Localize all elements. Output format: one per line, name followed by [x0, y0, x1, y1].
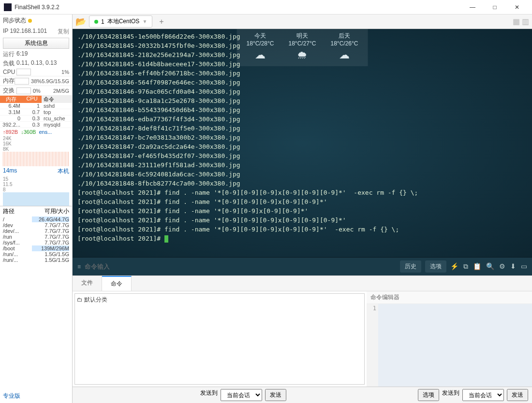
command-input-bar: ≡ 历史 选项 ⚡ ⧉ 📋 🔍 ⚙ ⬇ ▭: [73, 257, 532, 275]
swap-meter: 交换 0% 2M/5G: [0, 86, 72, 96]
send-button-left[interactable]: 发送: [265, 389, 286, 401]
net-row: ↑892B ↓360B ens...: [0, 128, 72, 136]
process-header: 内存 CPU 命令: [0, 96, 72, 103]
tab-command[interactable]: 命令: [102, 276, 132, 291]
command-tree[interactable]: 🗀 默认分类: [74, 293, 365, 385]
process-row[interactable]: 392.2...0.3mysqld: [0, 122, 72, 128]
history-button[interactable]: 历史: [400, 260, 421, 273]
fullscreen-icon[interactable]: ▭: [521, 262, 527, 271]
app-icon: [4, 3, 12, 11]
command-editor: 命令编辑器 1: [367, 291, 532, 387]
sync-status: 同步状态: [0, 14, 72, 27]
disk-row[interactable]: /run/...1.5G/1.5G: [0, 251, 72, 257]
cpu-meter: CPU 1%: [0, 68, 72, 76]
add-tab-button[interactable]: +: [155, 17, 167, 26]
download-icon[interactable]: ⬇: [510, 262, 516, 271]
rain-icon: 🌧: [289, 49, 316, 61]
gear-icon[interactable]: ⚙: [499, 262, 505, 271]
latency-row: 14ms 本机: [0, 166, 72, 176]
send-target-select-left[interactable]: 当前会话: [221, 389, 262, 401]
window-title: FinalShell 3.9.2.2: [15, 4, 461, 11]
pro-version-link[interactable]: 专业版: [0, 389, 72, 403]
command-input[interactable]: [85, 263, 396, 270]
close-button[interactable]: ✕: [506, 0, 528, 14]
options-button[interactable]: 选项: [425, 260, 446, 273]
send-button-right[interactable]: 发送: [507, 389, 528, 401]
bolt-icon[interactable]: ⚡: [450, 262, 458, 271]
bottom-bar: 发送到 当前会话 发送 选项 发送到 当前会话 发送: [73, 387, 532, 403]
ip-row: IP 192.168.1.101 复制: [0, 27, 72, 37]
minimize-button[interactable]: —: [461, 0, 484, 14]
disk-row[interactable]: /sys/f...7.7G/7.7G: [0, 240, 72, 245]
status-dot-icon: [94, 20, 98, 24]
sidebar: 同步状态 IP 192.168.1.101 复制 系统信息 运行 6:19 负载…: [0, 14, 73, 403]
weather-widget: 今天18°C/28°C☁ 明天18°C/27°C🌧 后天18°C/26°C☁: [237, 29, 368, 66]
disk-row[interactable]: /run7.7G/7.7G: [0, 234, 72, 240]
disk-row[interactable]: /run/...1.5G/1.5G: [0, 257, 72, 263]
split-view-icon[interactable]: ▥: [522, 17, 529, 26]
prompt-icon: ≡: [77, 263, 81, 270]
tree-node-default: 🗀 默认分类: [77, 296, 362, 304]
tab-file[interactable]: 文件: [73, 276, 102, 291]
copy-icon[interactable]: ⧉: [463, 262, 468, 271]
cloud-icon: ☁: [247, 49, 274, 61]
latency-sparkline: [3, 192, 69, 206]
tab-bar: 📂 1 本地CentOS ▼ + ▦ ▥: [73, 14, 532, 29]
maximize-button[interactable]: □: [484, 0, 506, 14]
send-target-select-right[interactable]: 当前会话: [462, 389, 504, 401]
folder-icon[interactable]: 📂: [75, 16, 86, 27]
disk-row[interactable]: /26.4G/44.7G: [0, 216, 72, 222]
sync-dot-icon: [28, 19, 32, 23]
options-button-right[interactable]: 选项: [418, 389, 439, 401]
sysinfo-button[interactable]: 系统信息: [3, 38, 69, 49]
disk-row[interactable]: /dev7.7G/7.7G: [0, 222, 72, 228]
mem-meter: 内存 38% 5.9G/15.5G: [0, 76, 72, 86]
search-icon[interactable]: 🔍: [486, 262, 494, 271]
disk-row[interactable]: /boot139M/296M: [0, 245, 72, 251]
disk-header: 路径 可用/大小: [0, 206, 72, 216]
editor-textarea[interactable]: [378, 304, 532, 387]
process-row[interactable]: 6.4M1sshd: [0, 103, 72, 109]
copy-ip-link[interactable]: 复制: [58, 28, 69, 36]
process-row[interactable]: 3.1M0.7top: [0, 109, 72, 115]
sync-label: 同步状态: [3, 16, 26, 25]
titlebar: FinalShell 3.9.2.2 — □ ✕: [0, 0, 532, 14]
grid-view-icon[interactable]: ▦: [513, 17, 520, 26]
cloud-icon: ☁: [330, 49, 358, 61]
bottom-tabs: 文件 命令: [73, 275, 532, 291]
process-row[interactable]: 00.3rcu_sche: [0, 115, 72, 122]
net-sparkline: [3, 152, 69, 166]
connection-tab[interactable]: 1 本地CentOS ▼: [89, 15, 152, 28]
disk-row[interactable]: /dev/...7.7G/7.7G: [0, 228, 72, 234]
paste-icon[interactable]: 📋: [473, 262, 481, 271]
